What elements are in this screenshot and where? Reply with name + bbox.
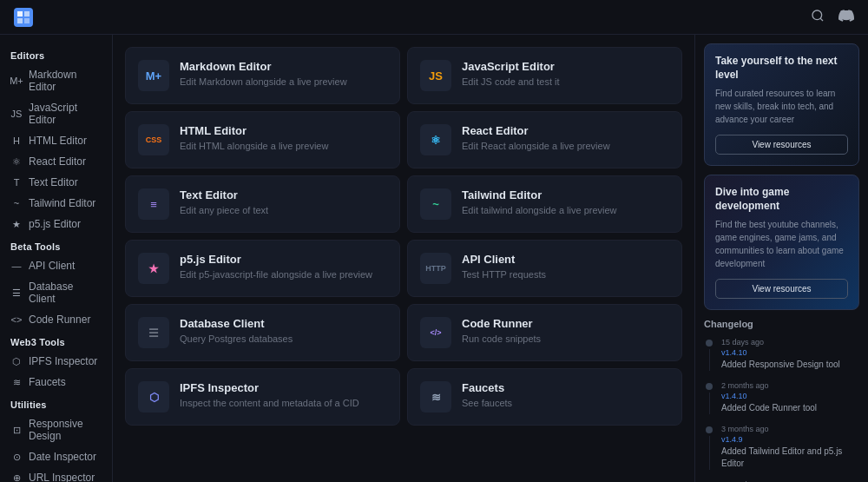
sidebar-item-ipfs-inspector[interactable]: ⬡IPFS Inspector xyxy=(0,351,112,372)
ipfs-inspector-icon: ⬡ xyxy=(138,381,169,413)
javascript-editor-icon: JS xyxy=(420,60,451,91)
faucets-desc: See faucets xyxy=(462,397,669,410)
search-icon[interactable] xyxy=(811,9,825,26)
changelog-version: v1.4.9 xyxy=(721,435,859,444)
promo-btn-gamedev[interactable]: View resources xyxy=(715,279,848,299)
html-editor-sidebar-icon: H xyxy=(10,135,23,147)
sidebar: EditorsM+Markdown EditorJSJavaScript Edi… xyxy=(0,35,113,482)
svg-rect-0 xyxy=(17,11,23,17)
sidebar-item-label-responsive-design: Responsive Design xyxy=(29,418,102,442)
sidebar-item-url-inspector[interactable]: ⊕URL Inspector xyxy=(0,467,112,482)
api-client-desc: Test HTTP requests xyxy=(462,268,669,281)
changelog-time: 3 months ago xyxy=(721,425,859,433)
svg-point-4 xyxy=(812,10,822,20)
sidebar-item-code-runner[interactable]: <>Code Runner xyxy=(0,309,112,330)
p5js-editor-icon: ★ xyxy=(138,253,169,284)
ipfs-inspector-sidebar-icon: ⬡ xyxy=(10,355,23,367)
ipfs-inspector-desc: Inspect the content and metadata of a CI… xyxy=(180,397,387,410)
sidebar-item-markdown-editor[interactable]: M+Markdown Editor xyxy=(0,64,112,97)
svg-rect-3 xyxy=(24,18,30,23)
markdown-editor-name: Markdown Editor xyxy=(180,60,387,73)
tool-card-ipfs-inspector[interactable]: ⬡IPFS InspectorInspect the content and m… xyxy=(125,368,400,426)
sidebar-item-api-client[interactable]: —API Client xyxy=(0,255,112,276)
sidebar-item-label-javascript-editor: JavaScript Editor xyxy=(29,102,102,126)
text-editor-info: Text EditorEdit any piece of text xyxy=(180,188,387,217)
tailwind-editor-info: Tailwind EditorEdit tailwind alongside a… xyxy=(462,188,669,217)
sidebar-section-title: Web3 Tools xyxy=(0,330,112,351)
tailwind-editor-icon: ~ xyxy=(420,188,451,220)
sidebar-item-label-markdown-editor: Markdown Editor xyxy=(29,69,102,93)
markdown-editor-icon: M+ xyxy=(138,60,169,91)
tool-card-javascript-editor[interactable]: JSJavaScript EditorEdit JS code and test… xyxy=(407,47,682,104)
tailwind-editor-name: Tailwind Editor xyxy=(462,188,669,201)
promo-desc-gamedev: Find the best youtube channels, game eng… xyxy=(715,218,848,270)
tool-card-code-runner[interactable]: </>Code RunnerRun code snippets xyxy=(407,304,682,361)
tool-card-react-editor[interactable]: ⚛React EditorEdit React alongside a live… xyxy=(407,111,682,168)
sidebar-item-faucets[interactable]: ≋Faucets xyxy=(0,372,112,393)
changelog-version: v1.4.10 xyxy=(721,348,859,357)
sidebar-item-text-editor[interactable]: TText Editor xyxy=(0,172,112,193)
sidebar-item-label-react-editor: React Editor xyxy=(29,155,86,168)
right-panel: Take yourself to the next levelFind cura… xyxy=(694,35,868,482)
sidebar-item-label-tailwind-editor: Tailwind Editor xyxy=(29,197,95,209)
tailwind-editor-desc: Edit tailwind alongside a live preview xyxy=(462,204,669,217)
p5js-editor-name: p5.js Editor xyxy=(180,253,387,266)
api-client-info: API ClientTest HTTP requests xyxy=(462,253,669,281)
svg-line-5 xyxy=(820,18,823,21)
code-runner-sidebar-icon: <> xyxy=(10,314,23,326)
code-runner-name: Code Runner xyxy=(462,317,669,330)
tool-card-faucets[interactable]: ≋FaucetsSee faucets xyxy=(407,368,682,426)
date-inspector-sidebar-icon: ⊙ xyxy=(10,451,23,463)
promo-title-gamedev: Dive into game development xyxy=(715,186,848,213)
changelog-title: Changelog xyxy=(704,319,859,329)
sidebar-item-p5js-editor[interactable]: ★p5.js Editor xyxy=(0,214,112,234)
api-client-icon: HTTP xyxy=(420,253,451,284)
faucets-icon: ≋ xyxy=(420,381,451,413)
text-editor-icon: ≡ xyxy=(138,188,169,220)
tool-card-api-client[interactable]: HTTPAPI ClientTest HTTP requests xyxy=(407,240,682,297)
react-editor-name: React Editor xyxy=(462,124,669,137)
api-client-name: API Client xyxy=(462,253,669,266)
tailwind-editor-sidebar-icon: ~ xyxy=(10,197,23,209)
html-editor-info: HTML EditorEdit HTML alongside a live pr… xyxy=(180,124,387,153)
tool-card-database-client[interactable]: ☰Database ClientQuery Postgres databases xyxy=(125,304,400,361)
discord-icon[interactable] xyxy=(838,8,854,27)
ipfs-inspector-name: IPFS Inspector xyxy=(180,381,387,394)
sidebar-section-title: Utilities xyxy=(0,393,112,413)
changelog-item: 3 months agov1.4.9Added Tailwind Editor … xyxy=(704,425,859,470)
sidebar-item-label-url-inspector: URL Inspector xyxy=(29,472,95,482)
sidebar-item-html-editor[interactable]: HHTML Editor xyxy=(0,130,112,151)
url-inspector-sidebar-icon: ⊕ xyxy=(10,472,23,482)
faucets-info: FaucetsSee faucets xyxy=(462,381,669,410)
database-client-name: Database Client xyxy=(180,317,387,330)
sidebar-item-database-client[interactable]: ☰Database Client xyxy=(0,276,112,309)
react-editor-icon: ⚛ xyxy=(420,124,451,155)
tool-card-text-editor[interactable]: ≡Text EditorEdit any piece of text xyxy=(125,175,400,233)
tool-card-p5js-editor[interactable]: ★p5.js EditorEdit p5-javascript-file alo… xyxy=(125,240,400,297)
sidebar-item-react-editor[interactable]: ⚛React Editor xyxy=(0,151,112,172)
changelog-dot xyxy=(706,383,713,390)
sidebar-item-date-inspector[interactable]: ⊙Date Inspector xyxy=(0,446,112,467)
sidebar-item-tailwind-editor[interactable]: ~Tailwind Editor xyxy=(0,193,112,214)
sidebar-item-label-code-runner: Code Runner xyxy=(29,314,90,326)
topnav-right xyxy=(797,8,854,27)
changelog-time: 15 days ago xyxy=(721,338,859,347)
changelog-dot xyxy=(706,340,713,347)
main-content: M+Markdown EditorEdit Markdown alongside… xyxy=(113,35,694,482)
promo-btn-resources[interactable]: View resources xyxy=(715,135,848,155)
tool-card-tailwind-editor[interactable]: ~Tailwind EditorEdit tailwind alongside … xyxy=(407,175,682,233)
database-client-icon: ☰ xyxy=(138,317,169,348)
tool-card-markdown-editor[interactable]: M+Markdown EditorEdit Markdown alongside… xyxy=(125,47,400,104)
svg-rect-1 xyxy=(24,11,30,17)
sidebar-item-responsive-design[interactable]: ⊡Responsive Design xyxy=(0,413,112,446)
sidebar-item-javascript-editor[interactable]: JSJavaScript Editor xyxy=(0,97,112,130)
promo-desc-resources: Find curated resources to learn new skil… xyxy=(715,87,848,126)
brand-icon xyxy=(14,8,33,27)
sidebar-item-label-ipfs-inspector: IPFS Inspector xyxy=(29,355,97,367)
code-runner-desc: Run code snippets xyxy=(462,333,669,346)
changelog-dot xyxy=(706,426,713,433)
database-client-info: Database ClientQuery Postgres databases xyxy=(180,317,387,346)
changelog-item: 15 days agov1.4.10Added Responsive Desig… xyxy=(704,338,859,371)
promo-card-resources: Take yourself to the next levelFind cura… xyxy=(704,43,859,166)
tool-card-html-editor[interactable]: CSSHTML EditorEdit HTML alongside a live… xyxy=(125,111,400,168)
